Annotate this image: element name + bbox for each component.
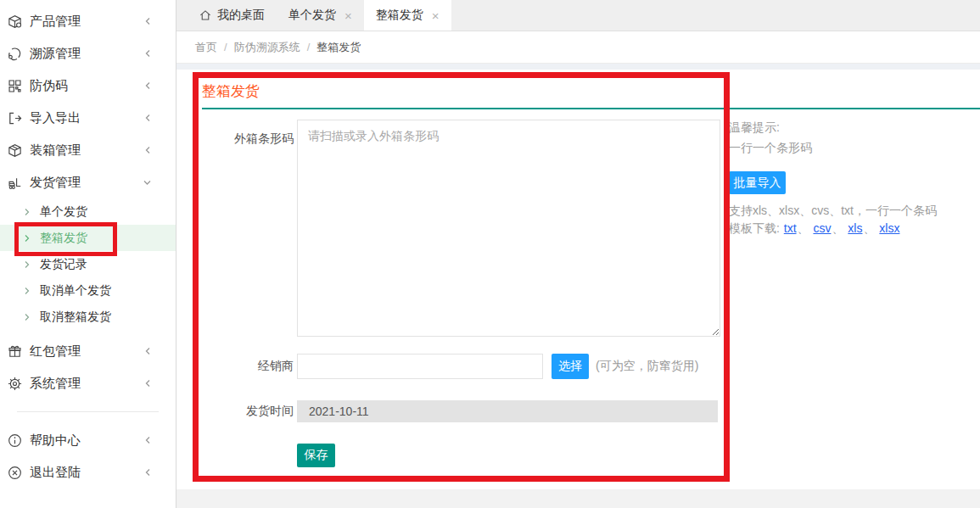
sidebar-subitem-ship-records[interactable]: 发货记录 — [0, 251, 176, 277]
breadcrumb-separator: / — [307, 41, 311, 53]
close-icon[interactable]: × — [432, 8, 440, 23]
link-separator: 、 — [798, 221, 809, 235]
tips-title: 温馨提示: — [729, 117, 975, 137]
chevron-left-icon — [143, 378, 152, 388]
sidebar-item-logout[interactable]: 退出登陆 — [0, 456, 176, 488]
tab-label: 我的桌面 — [217, 8, 265, 23]
sidebar-item-help-center[interactable]: 帮助中心 — [0, 424, 176, 456]
breadcrumb: 首页 / 防伪溯源系统 / 整箱发货 — [176, 31, 980, 64]
chevron-left-icon — [143, 113, 152, 123]
chevron-left-icon — [143, 145, 152, 155]
breadcrumb-current: 整箱发货 — [316, 40, 361, 55]
content-card: 整箱发货 外箱条形码 经销商 选择 (可为空，防窜货用) 发货时间 保存 — [176, 70, 980, 489]
sidebar-item-label: 红包管理 — [30, 343, 143, 360]
dealer-note: (可为空，防窜货用) — [596, 359, 698, 374]
sidebar-item-system-management[interactable]: 系统管理 — [0, 367, 176, 399]
chevron-left-icon — [143, 346, 152, 356]
title-underline — [202, 108, 980, 109]
arrow-right-icon — [23, 233, 31, 243]
sidebar-subitem-label: 取消单个发货 — [40, 283, 111, 299]
sidebar-subitem-label: 取消整箱发货 — [40, 310, 111, 325]
breadcrumb-separator: / — [224, 41, 227, 53]
logout-icon — [6, 464, 23, 481]
tab-my-desktop[interactable]: 我的桌面 — [187, 0, 277, 31]
chevron-left-icon — [143, 16, 152, 26]
sidebar-divider — [17, 411, 159, 412]
tab-strip: 我的桌面 单个发货 × 整箱发货 × — [176, 0, 980, 31]
sidebar-subitem-label: 整箱发货 — [40, 231, 87, 246]
ship-date-input[interactable] — [297, 400, 718, 422]
tips-panel: 温馨提示: 一行一个条形码 批量导入 支持xls、xlsx、cvs、txt，一行… — [729, 117, 975, 237]
choose-dealer-button[interactable]: 选择 — [552, 354, 589, 379]
sidebar-item-trace-management[interactable]: 溯源管理 — [0, 37, 176, 70]
ship-date-row: 发货时间 — [202, 400, 980, 422]
close-icon[interactable]: × — [344, 8, 352, 23]
trace-icon — [6, 45, 23, 62]
sidebar-subitem-label: 单个发货 — [40, 204, 87, 220]
tips-support: 支持xls、xlsx、cvs、txt，一行一个条码 — [729, 202, 975, 220]
sidebar-item-label: 产品管理 — [30, 14, 143, 30]
content-gap-strip — [176, 64, 980, 70]
arrow-right-icon — [23, 312, 31, 322]
template-link-xls[interactable]: xls — [848, 221, 862, 235]
sidebar-item-packing-management[interactable]: 装箱管理 — [0, 134, 176, 166]
forklift-icon — [6, 174, 23, 191]
sidebar-subitem-label: 发货记录 — [40, 257, 87, 272]
sidebar-subitem-single-ship[interactable]: 单个发货 — [0, 198, 176, 225]
sidebar-subitem-cancel-box-ship[interactable]: 取消整箱发货 — [0, 304, 176, 330]
sidebar-subitem-cancel-single-ship[interactable]: 取消单个发货 — [0, 277, 176, 304]
page-title: 整箱发货 — [202, 81, 980, 101]
arrow-right-icon — [23, 286, 31, 296]
breadcrumb-home[interactable]: 首页 — [195, 40, 217, 55]
sidebar-item-label: 发货管理 — [30, 175, 142, 191]
sidebar-item-redpacket-management[interactable]: 红包管理 — [0, 335, 176, 367]
sidebar-item-anticounterfeit-code[interactable]: 防伪码 — [0, 70, 176, 102]
qrcode-icon — [6, 77, 23, 94]
chevron-left-icon — [143, 467, 152, 477]
shipping-submenu: 单个发货 整箱发货 发货记录 取消单个发货 取消整箱发货 — [0, 198, 176, 330]
home-icon — [199, 8, 212, 22]
footer-strip — [176, 489, 980, 508]
import-export-icon — [6, 109, 23, 126]
tab-box-ship[interactable]: 整箱发货 × — [364, 0, 451, 31]
sidebar-item-label: 溯源管理 — [30, 46, 143, 62]
sidebar-subitem-box-ship[interactable]: 整箱发货 — [0, 225, 176, 251]
link-separator: 、 — [863, 221, 875, 235]
chevron-down-icon — [142, 178, 152, 187]
batch-import-button[interactable]: 批量导入 — [729, 171, 786, 194]
info-icon — [6, 432, 23, 449]
ship-date-label: 发货时间 — [202, 404, 294, 419]
gift-icon — [6, 343, 23, 360]
sidebar-item-label: 装箱管理 — [30, 142, 143, 159]
link-separator: 、 — [832, 221, 843, 235]
template-link-xlsx[interactable]: xlsx — [879, 221, 899, 235]
sidebar-item-import-export[interactable]: 导入导出 — [0, 102, 176, 134]
chevron-left-icon — [143, 48, 152, 59]
tab-single-ship[interactable]: 单个发货 × — [277, 0, 364, 31]
save-row: 保存 — [202, 444, 980, 467]
sidebar-item-label: 系统管理 — [30, 376, 143, 392]
template-link-csv[interactable]: csv — [813, 221, 831, 235]
save-button[interactable]: 保存 — [297, 444, 335, 467]
barcode-label: 外箱条形码 — [202, 120, 294, 337]
template-download-label: 模板下载: — [729, 221, 780, 235]
breadcrumb-system[interactable]: 防伪溯源系统 — [234, 40, 300, 55]
tab-label: 整箱发货 — [376, 8, 423, 23]
tab-label: 单个发货 — [288, 8, 336, 23]
save-row-spacer — [202, 444, 294, 467]
chevron-left-icon — [143, 435, 152, 445]
sidebar-item-product-management[interactable]: 产品管理 — [0, 5, 176, 37]
dealer-input[interactable] — [297, 354, 543, 379]
barcode-textarea[interactable] — [297, 120, 720, 337]
main-area: 我的桌面 单个发货 × 整箱发货 × 首页 / 防伪溯源系统 / 整箱发货 整箱… — [176, 0, 980, 508]
sidebar-item-shipping-management[interactable]: 发货管理 — [0, 166, 176, 198]
sidebar: 产品管理 溯源管理 防伪码 导入导出 — [0, 0, 176, 508]
sidebar-item-label: 帮助中心 — [30, 433, 143, 449]
arrow-right-icon — [23, 260, 31, 270]
app-window: 产品管理 溯源管理 防伪码 导入导出 — [0, 0, 980, 508]
template-link-txt[interactable]: txt — [784, 221, 797, 235]
gear-icon — [6, 375, 23, 392]
dealer-row: 经销商 选择 (可为空，防窜货用) — [202, 353, 980, 380]
dealer-label: 经销商 — [202, 359, 294, 374]
tips-line1: 一行一个条形码 — [729, 137, 975, 158]
